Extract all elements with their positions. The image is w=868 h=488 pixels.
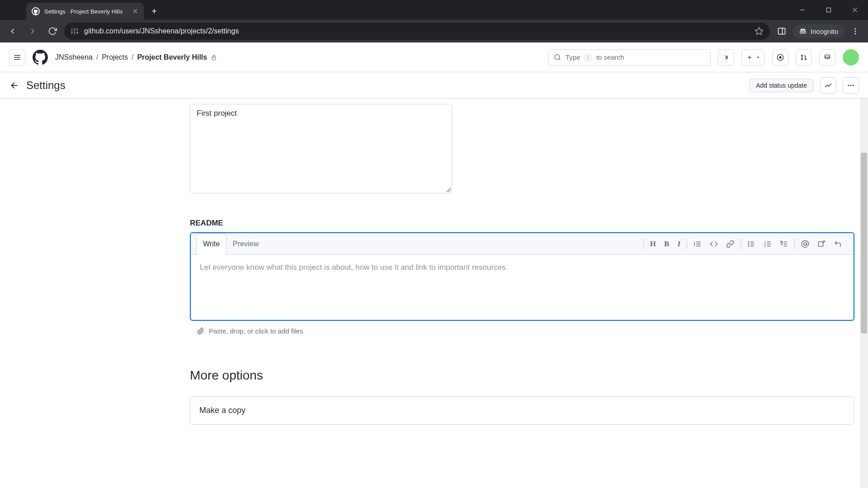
svg-point-51 <box>748 245 749 246</box>
svg-point-50 <box>748 244 749 244</box>
svg-text:3: 3 <box>764 244 766 247</box>
breadcrumb: JNSsheena / Projects / Project Beverly H… <box>55 53 217 61</box>
chevron-down-icon <box>756 55 760 60</box>
reference-button[interactable] <box>817 240 826 248</box>
insights-button[interactable] <box>820 77 836 94</box>
url-text: github.com/users/JNSsheena/projects/2/se… <box>84 27 749 35</box>
heading-button[interactable]: H <box>650 239 656 249</box>
svg-point-62 <box>804 243 807 245</box>
user-avatar[interactable] <box>843 49 859 66</box>
back-button[interactable] <box>5 23 21 39</box>
svg-point-49 <box>748 241 749 242</box>
github-search-input[interactable]: Type / to search <box>548 49 711 66</box>
svg-point-19 <box>855 31 856 32</box>
svg-point-25 <box>555 55 560 60</box>
github-logo-icon[interactable] <box>33 50 48 65</box>
create-new-button[interactable] <box>741 49 765 66</box>
paperclip-icon <box>197 328 204 335</box>
issues-button[interactable] <box>772 49 788 66</box>
site-settings-icon[interactable] <box>71 27 79 35</box>
unordered-list-button[interactable] <box>747 240 755 248</box>
italic-button[interactable]: I <box>677 239 680 249</box>
chrome-menu-icon[interactable] <box>847 23 863 39</box>
readme-textarea[interactable] <box>191 255 854 318</box>
side-panel-icon[interactable] <box>774 23 790 39</box>
add-status-update-button[interactable]: Add status update <box>749 79 814 92</box>
readme-label: README <box>190 219 854 228</box>
search-icon <box>554 54 561 61</box>
ordered-list-button[interactable]: 123 <box>764 240 772 248</box>
mention-button[interactable] <box>801 240 809 248</box>
svg-point-41 <box>853 84 854 86</box>
notifications-button[interactable] <box>819 49 835 66</box>
hamburger-menu-button[interactable] <box>9 49 25 66</box>
svg-marker-30 <box>757 56 759 58</box>
readme-editor: Write Preview H B I 123 <box>190 232 854 321</box>
task-list-button[interactable] <box>780 240 788 248</box>
svg-rect-24 <box>212 57 216 60</box>
svg-point-32 <box>779 56 781 58</box>
description-textarea[interactable]: First project <box>190 104 452 193</box>
svg-point-17 <box>803 31 806 33</box>
svg-point-18 <box>855 28 856 29</box>
browser-tab-strip: Settings · Project Beverly Hills ✕ + <box>0 0 868 20</box>
tab-title: Settings · Project Beverly Hills <box>44 8 128 15</box>
code-button[interactable] <box>710 240 718 248</box>
forward-button[interactable] <box>24 23 41 39</box>
more-options-heading: More options <box>190 368 854 383</box>
minimize-window-icon[interactable] <box>789 0 816 20</box>
svg-point-20 <box>855 33 856 34</box>
settings-subheader: Settings Add status update <box>0 72 868 99</box>
breadcrumb-project[interactable]: Project Beverly Hills <box>137 53 207 61</box>
maximize-window-icon[interactable] <box>816 0 842 20</box>
svg-marker-13 <box>755 28 763 35</box>
reply-button[interactable] <box>834 240 842 248</box>
svg-point-35 <box>805 58 807 60</box>
main-content: First project README Write Preview H B I <box>0 99 868 488</box>
make-a-copy-row[interactable]: Make a copy <box>190 396 854 425</box>
svg-rect-63 <box>818 241 823 246</box>
reload-button[interactable] <box>44 23 61 39</box>
address-bar[interactable]: github.com/users/JNSsheena/projects/2/se… <box>64 23 770 40</box>
browser-toolbar: github.com/users/JNSsheena/projects/2/se… <box>0 20 868 42</box>
close-tab-icon[interactable]: ✕ <box>132 7 138 15</box>
attach-files-hint[interactable]: Paste, drop, or click to add files <box>190 321 854 341</box>
svg-point-34 <box>802 58 803 60</box>
new-tab-button[interactable]: + <box>147 5 161 18</box>
link-button[interactable] <box>726 240 734 248</box>
svg-point-16 <box>800 31 802 33</box>
pull-requests-button[interactable] <box>796 49 812 66</box>
browser-tab[interactable]: Settings · Project Beverly Hills ✕ <box>26 3 144 20</box>
svg-rect-14 <box>778 28 785 34</box>
breadcrumb-owner[interactable]: JNSsheena <box>55 53 93 61</box>
readme-toolbar: Write Preview H B I 123 <box>191 233 854 255</box>
github-header: JNSsheena / Projects / Project Beverly H… <box>0 42 868 72</box>
close-window-icon[interactable] <box>842 0 868 20</box>
more-options-button[interactable] <box>843 77 859 94</box>
svg-rect-1 <box>827 8 831 12</box>
preview-tab[interactable]: Preview <box>226 233 265 255</box>
incognito-icon <box>799 27 807 35</box>
command-palette-button[interactable] <box>718 49 734 66</box>
incognito-badge[interactable]: Incognito <box>793 24 844 38</box>
back-arrow-button[interactable] <box>9 80 20 91</box>
svg-line-26 <box>559 59 560 60</box>
quote-button[interactable] <box>693 240 702 248</box>
star-icon[interactable] <box>755 27 764 36</box>
github-favicon <box>32 7 40 15</box>
scrollbar-thumb[interactable] <box>861 153 867 333</box>
lock-icon <box>211 54 217 61</box>
scrollbar[interactable] <box>860 99 868 488</box>
svg-point-33 <box>802 55 803 56</box>
breadcrumb-section[interactable]: Projects <box>102 53 128 61</box>
page-title: Settings <box>26 79 66 92</box>
svg-rect-61 <box>781 241 782 243</box>
svg-point-40 <box>850 84 852 86</box>
bold-button[interactable]: B <box>664 239 669 249</box>
svg-point-39 <box>848 84 849 86</box>
plus-icon <box>746 54 753 61</box>
write-tab[interactable]: Write <box>196 233 226 255</box>
